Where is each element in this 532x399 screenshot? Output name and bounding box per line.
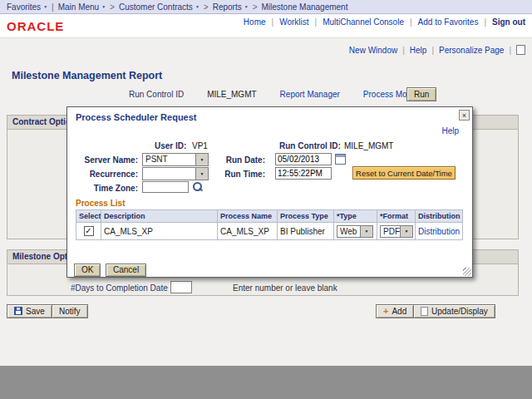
recurrence-label: Recurrence: [67,170,138,179]
breadcrumb-customer-contracts-label: Customer Contracts [119,2,193,12]
oracle-logo: ORACLE [7,19,64,33]
column-header-description: Description [101,210,218,223]
days-to-completion-input[interactable] [170,281,192,293]
new-window-link[interactable]: New Window [349,46,397,55]
breadcrumb-current-page: Milestone Management [261,2,347,12]
peoplesoft-window: Favorites ▼ | Main Menu ▼ > Customer Con… [0,0,532,399]
breadcrumb-separator: > [204,2,209,12]
chevron-down-icon[interactable]: ▼ [195,168,208,180]
nav-separator: | [402,46,405,55]
page-title: Milestone Management Report [12,70,162,81]
update-display-button-label: Update/Display [431,307,488,316]
breadcrumb-favorites[interactable]: Favorites ▼ [7,2,47,12]
format-select[interactable]: PDF ▼ [380,225,413,238]
run-control-id-value: MILE_MGMT [207,90,256,99]
recurrence-select[interactable]: ▼ [142,167,209,180]
page-action-bar: New Window | Help | Personalize Page | [349,45,525,55]
save-disk-icon [14,307,22,315]
breadcrumb-separator: > [253,2,258,12]
server-name-select[interactable]: PSNT ▼ [142,153,209,166]
breadcrumb-separator: > [110,2,115,12]
header-band: ORACLE Home | Worklist | MultiChannel Co… [0,14,532,38]
run-date-input[interactable] [275,153,332,165]
column-header-format: *Format [377,210,416,223]
type-cell: Web ▼ [334,223,377,240]
select-cell: ✓ [76,223,101,240]
nav-separator: | [431,46,434,55]
process-name-cell: CA_MLS_XP [218,223,278,240]
run-time-input[interactable] [275,167,332,180]
column-header-select: Select [76,210,101,223]
chevron-down-icon: ▼ [195,4,200,9]
user-id-label: User ID: [155,141,186,150]
type-value: Web [337,226,360,237]
chevron-down-icon: ▼ [244,4,249,9]
page-icon[interactable] [516,45,525,55]
column-header-process-name: Process Name [218,210,278,223]
notify-button[interactable]: Notify [52,304,88,318]
reset-date-time-button[interactable]: Reset to Current Date/Time [352,166,456,180]
ok-button[interactable]: OK [74,264,101,277]
breadcrumb-main-menu-label: Main Menu [58,2,99,12]
dialog-help-link[interactable]: Help [441,126,459,135]
select-checkbox[interactable]: ✓ [84,226,94,236]
process-list-title: Process List [76,199,125,208]
format-value: PDF [381,226,400,237]
breadcrumb-favorites-label: Favorites [7,2,41,12]
user-id-value: VP1 [192,141,208,150]
lookup-magnifier-icon[interactable] [192,181,204,193]
breadcrumb-main-menu[interactable]: Main Menu ▼ [58,2,106,12]
sign-out-link[interactable]: Sign out [492,17,525,27]
cancel-button[interactable]: Cancel [106,264,146,277]
calendar-icon[interactable] [335,154,346,165]
personalize-page-link[interactable]: Personalize Page [439,46,504,55]
description-cell: CA_MLS_XP [101,223,218,240]
worklist-link[interactable]: Worklist [279,17,308,27]
type-select[interactable]: Web ▼ [337,225,373,238]
nav-separator: | [410,17,412,27]
update-display-icon [421,307,428,316]
home-link[interactable]: Home [244,17,266,27]
process-scheduler-request-dialog: Process Scheduler Request × Help User ID… [66,106,473,278]
nav-separator: | [272,17,274,27]
time-zone-input[interactable] [142,181,189,193]
save-button-label: Save [26,307,45,316]
column-header-distribution: Distribution [416,210,463,223]
process-list-row: ✓ CA_MLS_XP CA_MLS_XP BI Publisher Web ▼… [76,223,463,240]
run-button[interactable]: Run [406,87,436,101]
dialog-run-control-value: MILE_MGMT [344,141,393,150]
chevron-down-icon[interactable]: ▼ [195,154,208,165]
breadcrumb-customer-contracts[interactable]: Customer Contracts ▼ [119,2,200,12]
utility-nav: Home | Worklist | MultiChannel Console |… [244,17,525,27]
resize-grip-icon[interactable] [463,268,471,276]
format-cell: PDF ▼ [377,223,416,240]
distribution-cell: Distribution [416,223,463,240]
update-display-button[interactable]: Update/Display [413,304,495,318]
distribution-link[interactable]: Distribution [418,227,460,236]
process-type-cell: BI Publisher [278,223,334,240]
report-manager-link[interactable]: Report Manager [280,90,340,99]
run-control-row: Run Control ID MILE_MGMT Report Manager … [129,90,423,99]
breadcrumb-separator: | [52,2,54,12]
breadcrumb-current-page-label: Milestone Management [261,2,347,12]
add-button[interactable]: + Add [376,304,414,318]
multichannel-console-link[interactable]: MultiChannel Console [323,17,404,27]
close-icon[interactable]: × [459,110,470,121]
nav-separator: | [315,17,318,27]
chevron-down-icon[interactable]: ▼ [400,226,412,237]
add-to-favorites-link[interactable]: Add to Favorites [418,17,479,27]
run-date-label: Run Date: [209,155,265,165]
breadcrumb: Favorites ▼ | Main Menu ▼ > Customer Con… [0,0,532,14]
nav-separator: | [484,17,486,27]
chevron-down-icon: ▼ [101,4,106,9]
dialog-run-control-label: Run Control ID: [279,141,341,150]
help-link[interactable]: Help [410,46,427,55]
server-name-value: PSNT [143,154,195,165]
breadcrumb-reports-label: Reports [213,2,242,12]
breadcrumb-reports[interactable]: Reports ▼ [213,2,249,12]
column-header-type: *Type [334,210,377,223]
server-name-label: Server Name: [67,155,138,165]
chevron-down-icon[interactable]: ▼ [360,226,372,237]
save-button[interactable]: Save [7,304,52,318]
run-time-label: Run Time: [209,170,265,179]
